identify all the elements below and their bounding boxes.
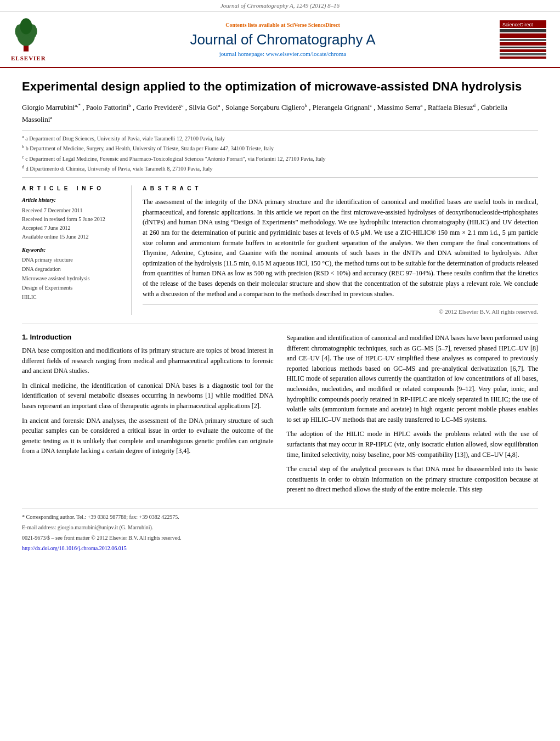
affiliation-c: c c Department of Legal Medicine, Forens… [22, 154, 538, 163]
affiliation-a: a a Department of Drug Sciences, Univers… [22, 134, 538, 143]
intro-para-6: The crucial step of the analytical proce… [287, 464, 539, 495]
author-fattorini: Paolo Fattorinib [86, 103, 131, 111]
footnote-1: * Corresponding author. Tel.: +39 0382 9… [22, 513, 538, 522]
intro-para-4: Separation and identification of canonic… [287, 333, 539, 425]
sciverse-link[interactable]: Contents lists available at SciVerse Sci… [66, 22, 500, 28]
journal-logo-right: ScienceDirect [500, 20, 549, 59]
abstract-heading: A B S T R A C T [143, 185, 538, 191]
elsevier-label: ELSEVIER [11, 55, 66, 61]
footnote-3: 0021-9673/$ – see front matter © 2012 El… [22, 534, 538, 542]
journal-name: Journal of Chromatography A [66, 31, 500, 48]
svg-point-4 [20, 18, 32, 34]
date-revised: Received in revised form 5 June 2012 [22, 215, 123, 224]
journal-citation: Journal of Chromatography A, 1249 (2012)… [220, 2, 340, 9]
elsevier-logo: ELSEVIER [11, 17, 66, 61]
sciverse-prefix: Contents lists available at [225, 22, 287, 28]
footnotes-block: * Corresponding author. Tel.: +39 0382 9… [22, 508, 538, 553]
article-info-heading: A R T I C L E I N F O [22, 185, 123, 191]
journal-title-block: Contents lists available at SciVerse Sci… [66, 22, 500, 57]
journal-header: ELSEVIER Contents lists available at Sci… [0, 12, 560, 68]
svg-rect-9 [500, 42, 546, 46]
date-online: Available online 15 June 2012 [22, 233, 123, 241]
copyright: © 2012 Elsevier B.V. All rights reserved… [143, 304, 538, 315]
author-grignani: Pierangela Grignanic [313, 103, 372, 111]
keyword-5: HILIC [22, 292, 123, 302]
date-accepted: Accepted 7 June 2012 [22, 224, 123, 233]
keywords-list: DNA primary structure DNA degradation Mi… [22, 255, 123, 302]
authors-block: Giorgio Marrubinia,* , Paolo Fattorinib … [22, 101, 538, 126]
intro-text-left: DNA base composition and modifications o… [22, 346, 274, 456]
author-previderé: Carlo Previderéc [137, 103, 184, 111]
keyword-4: Design of Experiments [22, 283, 123, 292]
svg-rect-12 [500, 53, 546, 55]
intro-para-2: In clinical medicine, the identification… [22, 381, 274, 411]
intro-heading: 1. Introduction [22, 333, 274, 341]
footnote-2: E-mail address: giorgio.marrubini@unipv.… [22, 523, 538, 532]
keyword-3: Microwave assisted hydrolysis [22, 274, 123, 283]
elsevier-tree-icon [11, 17, 41, 53]
svg-rect-10 [500, 47, 546, 48]
keywords-label: Keywords: [22, 247, 123, 253]
intro-col-right: Separation and identification of canonic… [287, 333, 539, 499]
intro-para-1: DNA base composition and modifications o… [22, 346, 274, 376]
sciverse-brand: SciVerse ScienceDirect [287, 22, 340, 28]
author-cigliero: Solange Sorçaburu Ciglierob [225, 103, 307, 111]
history-label: Article history: [22, 197, 123, 203]
svg-rect-7 [500, 33, 546, 38]
svg-rect-13 [500, 56, 546, 59]
intro-para-3: In ancient and forensic DNA analyses, th… [22, 416, 274, 456]
affiliation-b: b b Department of Medicine, Surgery, and… [22, 144, 538, 152]
intro-para-5: The adoption of the HILIC mode in HPLC a… [287, 429, 539, 460]
keyword-2: DNA degradation [22, 264, 123, 274]
svg-rect-8 [500, 39, 546, 41]
author-marrubini: Giorgio Marrubinia,* [22, 103, 81, 111]
author-goi: Silvia Goia [189, 103, 220, 111]
article-title: Experimental design applied to the optim… [22, 79, 538, 95]
abstract-text: The assessment of the integrity of the D… [143, 197, 538, 299]
intro-col-left: 1. Introduction DNA base composition and… [22, 333, 274, 499]
svg-text:ScienceDirect: ScienceDirect [502, 22, 533, 27]
author-biesuz: Raffaela Biesuzd [428, 103, 476, 111]
author-serra: Massimo Serraa [377, 103, 422, 111]
article-dates: Received 7 December 2011 Received in rev… [22, 206, 123, 241]
journal-citation-bar: Journal of Chromatography A, 1249 (2012)… [0, 0, 560, 12]
svg-rect-11 [500, 49, 546, 52]
journal-homepage-link[interactable]: journal homepage: www.elsevier.com/locat… [66, 50, 500, 57]
main-content: Experimental design applied to the optim… [0, 68, 560, 565]
abstract-panel: A B S T R A C T The assessment of the in… [143, 185, 538, 315]
keyword-1: DNA primary structure [22, 255, 123, 264]
doi-link[interactable]: http://dx.doi.org/10.1016/j.chroma.2012.… [22, 545, 127, 551]
article-info-abstract-section: A R T I C L E I N F O Article history: R… [22, 185, 538, 315]
affiliations-block: a a Department of Drug Sciences, Univers… [22, 130, 538, 178]
body-separator [22, 324, 538, 324]
intro-text-right: Separation and identification of canonic… [287, 333, 539, 495]
affiliation-d: d d Dipartimento di Chimica, University … [22, 164, 538, 173]
right-logo-graphic: ScienceDirect [500, 20, 546, 59]
date-received: Received 7 December 2011 [22, 206, 123, 215]
footnote-4[interactable]: http://dx.doi.org/10.1016/j.chroma.2012.… [22, 544, 538, 553]
article-info-panel: A R T I C L E I N F O Article history: R… [22, 185, 132, 315]
introduction-section: 1. Introduction DNA base composition and… [22, 333, 538, 499]
svg-rect-6 [500, 29, 546, 32]
